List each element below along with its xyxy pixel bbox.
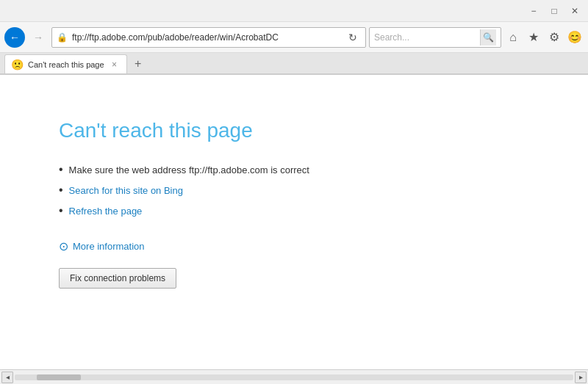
page-content: Can't reach this page • Make sure the we…: [0, 75, 588, 369]
scroll-left-arrow[interactable]: ◂: [1, 372, 13, 383]
list-item-2: • Search for this site on Bing: [59, 184, 529, 197]
url-text: ftp://ftp.adobe.com/pub/adobe/reader/win…: [72, 32, 340, 43]
refresh-page-link[interactable]: Refresh the page: [69, 206, 143, 217]
bing-search-link[interactable]: Search for this site on Bing: [69, 185, 183, 196]
bullet-1: •: [59, 163, 63, 176]
home-icon[interactable]: ⌂: [504, 29, 522, 46]
bullet-3: •: [59, 204, 63, 217]
more-info-link[interactable]: More information: [73, 241, 145, 252]
new-tab-button[interactable]: +: [129, 54, 148, 73]
more-info-chevron-icon: ⊙: [59, 239, 68, 253]
scroll-thumb[interactable]: [37, 374, 81, 380]
site-icon: 🔒: [57, 32, 68, 43]
restore-button[interactable]: □: [547, 4, 562, 18]
error-list: • Make sure the web address ftp://ftp.ad…: [59, 163, 529, 217]
title-bar: − □ ✕: [0, 0, 588, 22]
forward-button[interactable]: →: [28, 27, 49, 48]
emoji-icon[interactable]: 😊: [566, 29, 584, 46]
search-placeholder: Search...: [374, 32, 477, 43]
close-button[interactable]: ✕: [567, 4, 582, 18]
bullet-1-text: Make sure the web address ftp://ftp.adob…: [69, 164, 309, 175]
back-button[interactable]: ←: [4, 27, 25, 48]
favorites-icon[interactable]: ★: [525, 29, 542, 46]
tab-close-button[interactable]: ×: [109, 59, 121, 70]
error-title: Can't reach this page: [59, 119, 529, 142]
scroll-right-arrow[interactable]: ▸: [575, 372, 587, 383]
address-bar-row: ← → 🔒 ftp://ftp.adobe.com/pub/adobe/read…: [0, 22, 588, 53]
active-tab[interactable]: 🙁 Can't reach this page ×: [4, 54, 127, 73]
search-button[interactable]: 🔍: [480, 29, 496, 46]
search-field[interactable]: Search... 🔍: [369, 27, 501, 48]
refresh-button[interactable]: ↻: [345, 29, 361, 46]
list-item-3: • Refresh the page: [59, 204, 529, 217]
scroll-track[interactable]: [15, 374, 573, 380]
tab-title: Can't reach this page: [28, 60, 104, 69]
tab-favicon: 🙁: [11, 59, 24, 70]
bullet-2: •: [59, 184, 63, 197]
tab-bar: 🙁 Can't reach this page × +: [0, 53, 588, 75]
list-item-1: • Make sure the web address ftp://ftp.ad…: [59, 163, 529, 176]
more-info-row[interactable]: ⊙ More information: [59, 239, 529, 253]
minimize-button[interactable]: −: [526, 4, 541, 18]
settings-icon[interactable]: ⚙: [545, 29, 563, 46]
bottom-scrollbar: ◂ ▸: [0, 369, 588, 384]
address-field[interactable]: 🔒 ftp://ftp.adobe.com/pub/adobe/reader/w…: [51, 27, 366, 48]
fix-connection-button[interactable]: Fix connection problems: [59, 268, 176, 289]
toolbar-icons: ⌂ ★ ⚙ 😊: [504, 29, 584, 46]
